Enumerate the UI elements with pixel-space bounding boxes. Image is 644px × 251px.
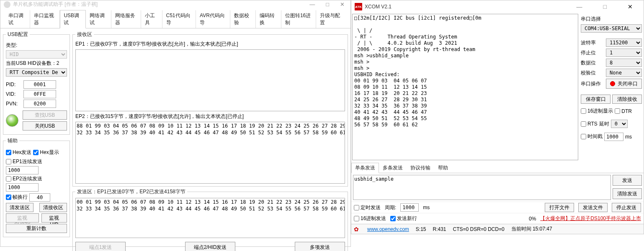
ep2-receive-area[interactable]: 88 01 99 03 04 05 06 07 08 09 10 11 12 1… (75, 122, 345, 184)
delay-select[interactable]: 0 (611, 120, 628, 128)
clear-receive-button[interactable]: 清除接收 (612, 95, 642, 104)
timed-send-checkbox[interactable]: 定时发送 (354, 204, 381, 211)
tab-encoding[interactable]: 编码转换 (256, 10, 281, 28)
dtr-checkbox[interactable]: DTR (615, 108, 632, 114)
xcom-title: XCOM V2.1 (365, 4, 392, 10)
window-title: 单片机多功能调试助手 [作者：温子祺] (13, 1, 98, 8)
find-usb-button[interactable]: 查找USB (23, 110, 67, 120)
tab-avr[interactable]: AVR代码向导 (196, 10, 230, 28)
ep1-receive-area[interactable] (75, 49, 345, 111)
website-link[interactable]: www.openedv.com (367, 226, 409, 232)
clear-send-button-xcom[interactable]: 清除发送 (613, 188, 642, 199)
port-select[interactable]: COM4:USB-SERIAL (581, 24, 642, 33)
clear-send-button[interactable]: 清发送区 (6, 203, 33, 212)
atk-icon: ATK (355, 3, 362, 10)
frame-length-input[interactable] (29, 193, 50, 202)
send-group: 发送区：EP1已发送0字节，EP2已发送4158字节 00 01 99 03 0… (72, 188, 348, 251)
ep2-cont-checkbox[interactable]: EP2连续发送 (6, 175, 67, 182)
statusbar: ✿ www.openedv.com S:15 R:431 CTS=0 DSR=0… (351, 224, 644, 234)
databit-select[interactable]: 8 (606, 59, 642, 67)
baud-select[interactable]: 115200 (606, 38, 642, 47)
ep1-send-button[interactable]: 端点1发送 (75, 242, 126, 251)
tab-serial-monitor[interactable]: 串口监视器 (30, 10, 60, 28)
pvn-label: PVN: (6, 101, 22, 107)
close-serial-button[interactable]: 关闭串口 (606, 79, 642, 89)
multi-send-button[interactable]: 多项发送 (295, 242, 345, 251)
tab-usb-debug[interactable]: USB调试 (60, 10, 85, 28)
monitor-hid-button[interactable]: 监视HID (41, 213, 67, 223)
period-ms-label: ms (423, 205, 430, 210)
device-select[interactable]: RTT Composite Devi (6, 68, 67, 77)
current-time: 当前时间 15:07:47 (511, 225, 552, 233)
close-button[interactable]: ✕ (337, 0, 347, 8)
stopbit-select[interactable]: 1 (606, 49, 642, 57)
receive-group: 接收区 EP1：已接收0字节，速度0字节/秒接收状态[允许]，输出文本状态[已停… (72, 31, 348, 187)
recount-button[interactable]: 重新计数 (6, 224, 67, 233)
pid-input[interactable] (23, 80, 56, 89)
tab-upgrade[interactable]: 升级与配置 (316, 10, 346, 28)
vid-input[interactable] (23, 90, 56, 98)
frame-newline-checkbox[interactable]: 帧换行 (6, 194, 28, 201)
minimize-button[interactable]: — (307, 0, 317, 8)
ep2-interval-input[interactable] (6, 183, 39, 192)
send-newline-checkbox[interactable]: 发送新行 (390, 215, 417, 222)
ad-link[interactable]: 【火爆全网】正点原子DS100手持示波器上市 (540, 215, 641, 222)
progress-label: 0% (529, 216, 536, 222)
ep2-send-button[interactable]: 端点2/HID发送 (185, 242, 235, 251)
xcom-minimize-button[interactable]: — (569, 2, 590, 12)
databit-label: 数据位 (581, 59, 596, 67)
monitor-ch37x-button[interactable]: 监视CH37X (6, 213, 39, 223)
titlebar[interactable]: 单片机多功能调试助手 [作者：温子祺] — □ ✕ (0, 0, 350, 8)
pvn-input[interactable] (23, 100, 56, 108)
save-window-button[interactable]: 保存窗口 (581, 95, 611, 104)
tab-bitmap[interactable]: 位图转16进制 (281, 10, 317, 28)
tab-single-send[interactable]: 单条发送 (351, 163, 379, 173)
stop-send-button[interactable]: 停止发送 (612, 203, 641, 212)
send-button[interactable]: 发送 (613, 175, 642, 186)
clear-recv-button[interactable]: 清接收区 (39, 203, 67, 212)
timestamp-checkbox[interactable]: 时间戳 (581, 133, 603, 140)
open-file-button[interactable]: 打开文件 (545, 203, 574, 212)
rts-checkbox[interactable]: RTS (581, 121, 598, 127)
tab-protocol[interactable]: 协议传输 (407, 163, 434, 173)
stopbit-label: 停止位 (581, 49, 596, 56)
tab-net-server[interactable]: 网络服务器 (111, 10, 142, 28)
ep1-status-label: EP1：已接收0字节，速度0字节/秒接收状态[允许]，输出文本状态[已停止] (75, 41, 345, 48)
recv-count: R:431 (433, 226, 446, 232)
hex-display-checkbox[interactable]: 16进制显示 (581, 108, 613, 115)
parity-select[interactable]: None (606, 69, 642, 77)
ep1-interval-input[interactable] (6, 166, 39, 174)
type-select[interactable]: HID (6, 50, 67, 59)
tab-net-debug[interactable]: 网络调试 (86, 10, 111, 28)
tab-checksum[interactable]: 数据校验 (230, 10, 256, 28)
sent-count: S:15 (416, 226, 426, 232)
period-input[interactable] (400, 203, 419, 212)
timestamp-input[interactable] (604, 133, 623, 141)
tab-help[interactable]: 帮助 (434, 163, 452, 173)
tab-c51[interactable]: C51代码向导 (162, 10, 196, 28)
tab-tools[interactable]: 小工具 (141, 10, 162, 28)
hex-send-checkbox[interactable]: Hex发送 (6, 149, 31, 156)
hex-send-checkbox-xcom[interactable]: 16进制发送 (354, 215, 386, 222)
send-file-button[interactable]: 发送文件 (578, 203, 608, 212)
send-input[interactable]: usbhid_sample (353, 175, 611, 200)
xcom-maximize-button[interactable]: □ (596, 2, 614, 12)
parity-label: 校验位 (581, 69, 596, 77)
status-orb-icon (6, 114, 18, 127)
tab-multi-send[interactable]: 多条发送 (379, 163, 407, 173)
ep1-cont-checkbox[interactable]: EP1连续发送 (6, 158, 67, 165)
hex-show-checkbox[interactable]: Hex显示 (33, 149, 59, 156)
tab-serial-debug[interactable]: 串口调试 (5, 10, 30, 28)
close-usb-button[interactable]: 关闭USB (23, 121, 67, 131)
usb-config-group: USB配置 类型: HID 当前USB HID设备数：2 RTT Composi… (3, 31, 70, 135)
xcom-close-button[interactable]: ✕ (620, 2, 640, 12)
xcom-titlebar[interactable]: ATK XCOM V2.1 — □ ✕ (351, 0, 644, 13)
send-tabstrip: 单条发送 多条发送 协议传输 帮助 (351, 163, 644, 173)
port-section-label: 串口选择 (581, 15, 642, 23)
gear-icon[interactable]: ✿ (354, 226, 361, 233)
main-tabstrip: 串口调试 串口监视器 USB调试 网络调试 网络服务器 小工具 C51代码向导 … (0, 8, 350, 28)
maximize-button[interactable]: □ (323, 0, 332, 8)
send-area[interactable]: 00 01 99 03 04 05 06 07 08 09 10 11 12 1… (75, 198, 345, 238)
ep2-status-label: EP2：已接收315字节，速度0字节/秒接收状态[允许]，输出文本状态[已停止] (75, 113, 345, 120)
receive-log[interactable]: □[32m[I/I2C] I2C bus [i2c1] registered□[… (352, 14, 578, 160)
